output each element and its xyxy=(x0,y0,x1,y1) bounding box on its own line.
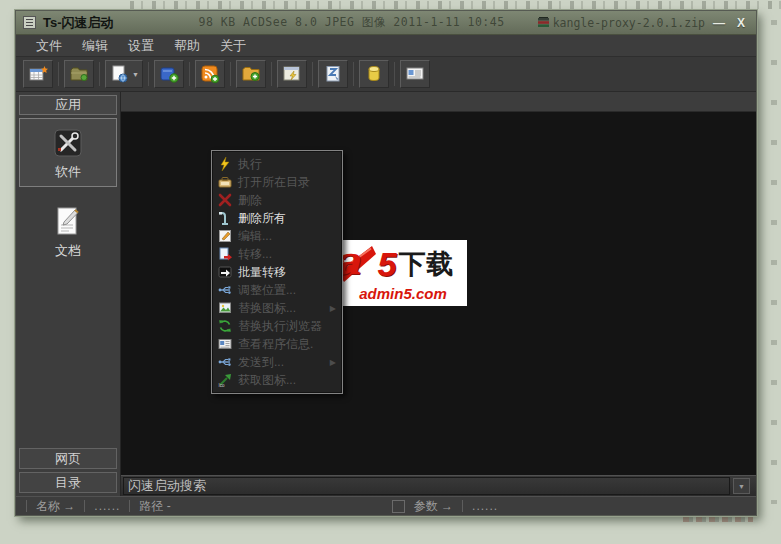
info-card-button[interactable] xyxy=(400,60,430,88)
add-feed-icon xyxy=(200,64,220,84)
background-file-name: kangle-proxy-2.0.1.zip xyxy=(538,16,705,30)
minimize-button[interactable]: — xyxy=(713,17,725,29)
search-input[interactable] xyxy=(123,477,730,495)
new-document-button[interactable]: ▼ xyxy=(105,60,143,88)
statusbar-separator xyxy=(129,500,130,512)
software-tools-icon xyxy=(51,126,85,160)
new-document-icon xyxy=(109,64,129,84)
database-button[interactable] xyxy=(359,60,389,88)
context-menu-item-replace-icon[interactable]: 替换图标... ▶ xyxy=(215,299,339,317)
search-bar: ▼ xyxy=(121,475,756,496)
statusbar-separator xyxy=(26,500,27,512)
background-window-edge-fragments xyxy=(771,20,777,504)
sidebar-item-documents[interactable]: 文档 xyxy=(19,197,117,266)
menu-about[interactable]: 关于 xyxy=(210,35,256,57)
window-controls: — X xyxy=(713,17,749,29)
context-menu-item-replace-browser[interactable]: 替换执行浏览器 xyxy=(215,317,339,335)
toolbar: ▼ xyxy=(16,57,756,92)
statusbar-name-value: ...... xyxy=(94,499,120,513)
menu-help[interactable]: 帮助 xyxy=(164,35,210,57)
watermark-logo-text: 下载 xyxy=(398,251,454,278)
toolbar-separator xyxy=(394,62,395,86)
statusbar-separator xyxy=(84,500,85,512)
replace-browser-icon xyxy=(218,319,232,333)
close-button[interactable]: X xyxy=(737,17,745,29)
chevron-down-icon[interactable]: ▼ xyxy=(132,71,139,78)
add-feed-button[interactable] xyxy=(195,60,225,88)
search-dropdown-button[interactable]: ▼ xyxy=(733,478,750,494)
context-menu-item-edit[interactable]: 编辑... xyxy=(215,227,339,245)
zip-file-icon xyxy=(538,17,549,29)
open-folder-button[interactable] xyxy=(64,60,94,88)
batch-move-icon xyxy=(218,265,232,279)
svg-text:Ico: Ico xyxy=(219,383,226,388)
sidebar-item-software[interactable]: 软件 xyxy=(19,118,117,187)
new-entry-table-icon xyxy=(28,64,48,84)
toolbar-separator xyxy=(230,62,231,86)
watermark-logo-5: 5 xyxy=(378,247,397,281)
statusbar: 名称 → ...... 路径 - 参数 → ...... xyxy=(16,496,756,515)
toolbar-separator xyxy=(353,62,354,86)
lightning-icon xyxy=(218,157,232,171)
toolbar-separator xyxy=(99,62,100,86)
add-directory-icon xyxy=(241,64,261,84)
main-panel: 执行 打开所在目录 删除 删除所有 编辑... xyxy=(120,92,756,496)
menu-settings[interactable]: 设置 xyxy=(118,35,164,57)
menubar: 文件 编辑 设置 帮助 关于 xyxy=(16,35,756,57)
toolbar-separator xyxy=(58,62,59,86)
background-artifact xyxy=(683,516,753,522)
statusbar-param-value: ...... xyxy=(472,499,498,513)
context-menu-item-open-location[interactable]: 打开所在目录 xyxy=(215,173,339,191)
delete-icon xyxy=(218,193,232,207)
get-icon-icon: Ico xyxy=(218,373,232,387)
submenu-arrow-icon: ▶ xyxy=(330,358,336,367)
sidebar-tab-apps[interactable]: 应用 xyxy=(19,95,117,115)
toolbar-separator xyxy=(312,62,313,86)
window-settings-button[interactable] xyxy=(277,60,307,88)
context-menu-item-run[interactable]: 执行 xyxy=(215,155,339,173)
context-menu-item-program-info[interactable]: 查看程序信息. xyxy=(215,335,339,353)
app-system-menu-icon[interactable] xyxy=(23,16,36,29)
statusbar-param-label: 参数 → xyxy=(414,498,453,515)
context-menu-item-delete[interactable]: 删除 xyxy=(215,191,339,209)
watermark-site: admin5.com xyxy=(359,285,447,302)
context-menu-item-send-to[interactable]: 发送到... ▶ xyxy=(215,353,339,371)
window-settings-icon xyxy=(282,64,302,84)
context-menu-item-move[interactable]: 转移... xyxy=(215,245,339,263)
background-file-info-text: 98 KB ACDSee 8.0 JPEG 图像 2011-1-11 10:45 xyxy=(199,15,505,30)
main-panel-header xyxy=(121,92,756,112)
window-body: 应用 软件 文档 网页 目录 xyxy=(16,92,756,496)
open-folder-icon xyxy=(69,64,89,84)
document-pencil-icon xyxy=(51,205,85,239)
context-menu: 执行 打开所在目录 删除 删除所有 编辑... xyxy=(211,150,343,394)
menu-edit[interactable]: 编辑 xyxy=(72,35,118,57)
toolbar-separator xyxy=(271,62,272,86)
database-icon xyxy=(364,64,384,84)
adjust-position-icon xyxy=(218,283,232,297)
statusbar-checkbox[interactable] xyxy=(392,500,405,513)
context-menu-item-delete-all[interactable]: 删除所有 xyxy=(215,209,339,227)
watermark-logo-row: a 5 下载 xyxy=(326,244,455,284)
send-to-icon xyxy=(218,355,232,369)
menu-file[interactable]: 文件 xyxy=(26,35,72,57)
sidebar-tab-directory[interactable]: 目录 xyxy=(19,472,117,493)
new-entry-button[interactable] xyxy=(23,60,53,88)
filter-note-button[interactable] xyxy=(318,60,348,88)
toolbar-separator xyxy=(189,62,190,86)
add-application-button[interactable] xyxy=(154,60,184,88)
move-icon xyxy=(218,247,232,261)
context-menu-item-get-icon[interactable]: Ico 获取图标... xyxy=(215,371,339,389)
statusbar-path-label: 路径 - xyxy=(139,498,170,515)
edit-icon xyxy=(218,229,232,243)
add-directory-button[interactable] xyxy=(236,60,266,88)
sidebar-tab-web[interactable]: 网页 xyxy=(19,448,117,469)
add-application-icon xyxy=(159,64,179,84)
titlebar[interactable]: Ts-闪速启动 98 KB ACDSee 8.0 JPEG 图像 2011-1-… xyxy=(16,11,756,35)
sidebar-item-label: 文档 xyxy=(55,242,81,260)
delete-all-icon xyxy=(218,211,232,225)
sidebar-spacer xyxy=(19,266,117,445)
sidebar-item-label: 软件 xyxy=(55,163,81,181)
context-menu-item-batch-move[interactable]: 批量转移 xyxy=(215,263,339,281)
open-location-icon xyxy=(218,175,232,189)
context-menu-item-adjust-position[interactable]: 调整位置... xyxy=(215,281,339,299)
